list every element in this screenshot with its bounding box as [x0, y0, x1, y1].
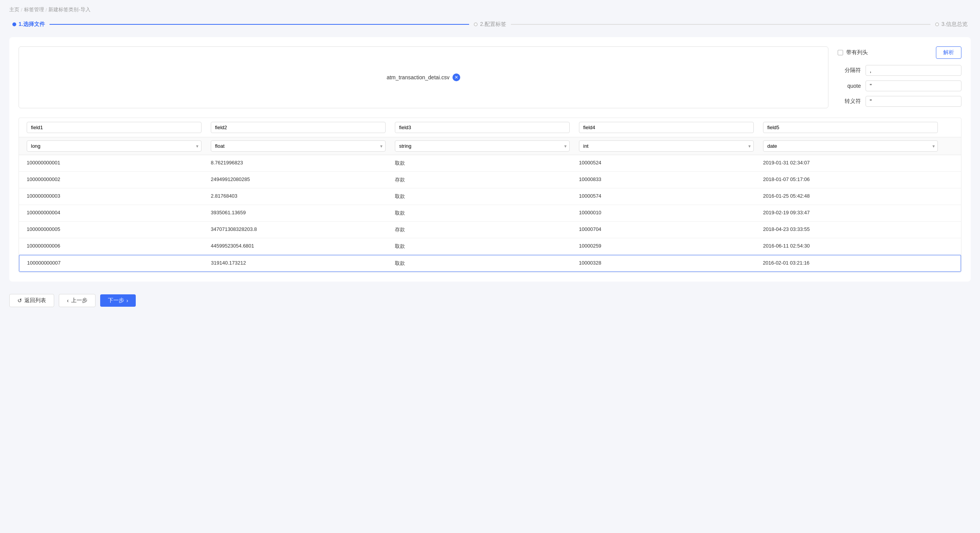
remove-file-button[interactable]: ✕: [452, 73, 460, 81]
data-cell: 10000833: [574, 172, 758, 188]
data-cell: 2019-01-31 02:34:07: [758, 155, 942, 171]
scroll-placeholder-row: [942, 205, 958, 221]
type-select-wrapper-3[interactable]: long float string int date boolean: [395, 140, 570, 152]
field3-input[interactable]: [395, 122, 570, 133]
step-3: 3.信息总览: [935, 21, 968, 28]
step-1-dot: [12, 22, 16, 26]
data-cell: 100000000001: [22, 155, 206, 171]
table-row: 1000000000018.7621996823取款100005242019-0…: [19, 155, 961, 172]
type-cell-4: long float string int date boolean: [574, 137, 758, 155]
next-step-button[interactable]: 下一步 ›: [100, 294, 136, 307]
main-card: atm_transaction_detai.csv ✕ 带有列头 解析 分隔符: [9, 37, 971, 282]
type-select-wrapper-2[interactable]: long float string int date boolean: [211, 140, 386, 152]
scroll-placeholder-row: [942, 155, 958, 171]
data-cell: 2016-01-25 05:42:48: [758, 188, 942, 205]
type-select-wrapper-1[interactable]: long float string int date boolean: [27, 140, 201, 152]
prev-label: 上一步: [71, 297, 87, 304]
field5-input[interactable]: [763, 122, 938, 133]
step-line-1: [50, 24, 469, 25]
data-cell: 存款: [390, 222, 574, 238]
file-tag: atm_transaction_detai.csv ✕: [387, 73, 461, 81]
data-cell: 2016-06-11 02:54:30: [758, 238, 942, 255]
data-cell: 44599523054.6801: [206, 238, 390, 255]
footer: ↺ 返回列表 ‹ 上一步 下一步 ›: [9, 288, 971, 313]
type-row: long float string int date boolean long: [19, 137, 961, 155]
scroll-placeholder-row: [942, 222, 958, 238]
data-cell: 2018-04-23 03:33:55: [758, 222, 942, 238]
scroll-placeholder-row: [942, 238, 958, 255]
data-table: long float string int date boolean long: [19, 118, 961, 272]
field1-input[interactable]: [27, 122, 201, 133]
data-cell: 100000000002: [22, 172, 206, 188]
back-label: 返回列表: [24, 297, 46, 304]
data-cell: 8.7621996823: [206, 155, 390, 171]
back-to-list-button[interactable]: ↺ 返回列表: [9, 294, 54, 307]
type-select-5[interactable]: long float string int date boolean: [763, 140, 938, 152]
field-header-row: [19, 118, 961, 137]
data-cell: 10000704: [574, 222, 758, 238]
data-cell: 10000524: [574, 155, 758, 171]
field2-input[interactable]: [211, 122, 386, 133]
th-cell-2: [206, 118, 390, 137]
scroll-placeholder-row: [942, 172, 958, 188]
type-select-1[interactable]: long float string int date boolean: [27, 140, 201, 152]
config-panel: 带有列头 解析 分隔符 quote 转义符: [838, 46, 961, 108]
field4-input[interactable]: [579, 122, 754, 133]
type-select-3[interactable]: long float string int date boolean: [395, 140, 570, 152]
quote-label: quote: [838, 83, 861, 89]
next-label: 下一步: [108, 297, 124, 304]
data-cell: 100000000007: [22, 255, 207, 272]
th-cell-5: [758, 118, 942, 137]
table-row: 100000000007319140.173212取款100003282016-…: [19, 255, 961, 272]
table-row: 10000000000644599523054.6801取款1000025920…: [19, 238, 961, 255]
scroll-placeholder-type: [942, 137, 958, 155]
data-cell: 100000000005: [22, 222, 206, 238]
scroll-placeholder-row: [942, 188, 958, 205]
has-header-checkbox[interactable]: [838, 50, 843, 55]
data-cell: 3935061.13659: [206, 205, 390, 221]
type-select-4[interactable]: long float string int date boolean: [579, 140, 754, 152]
data-cell: 取款: [390, 155, 574, 171]
data-rows-container: 1000000000018.7621996823取款100005242019-0…: [19, 155, 961, 272]
th-cell-4: [574, 118, 758, 137]
table-row: 1000000000043935061.13659取款100000102019-…: [19, 205, 961, 222]
type-select-wrapper-4[interactable]: long float string int date boolean: [579, 140, 754, 152]
type-cell-5: long float string int date boolean: [758, 137, 942, 155]
table-row: 10000000000224949912080285存款100008332018…: [19, 172, 961, 188]
data-cell: 2018-01-07 05:17:06: [758, 172, 942, 188]
escape-input[interactable]: [866, 96, 961, 107]
data-cell: 10000574: [574, 188, 758, 205]
separator-input[interactable]: [866, 65, 961, 76]
upload-area[interactable]: atm_transaction_detai.csv ✕: [19, 46, 828, 108]
analyze-button[interactable]: 解析: [936, 46, 961, 59]
data-cell: 319140.173212: [207, 255, 391, 272]
escape-row: 转义符: [838, 96, 961, 107]
data-cell: 100000000006: [22, 238, 206, 255]
quote-input[interactable]: [866, 80, 961, 91]
next-icon: ›: [126, 297, 128, 304]
breadcrumb-sep2: /: [46, 7, 47, 13]
type-select-wrapper-5[interactable]: long float string int date boolean: [763, 140, 938, 152]
config-fields: 分隔符 quote 转义符: [838, 65, 961, 107]
breadcrumb-home[interactable]: 主页: [9, 6, 19, 13]
step-2-dot: [474, 22, 478, 26]
data-cell: 100000000003: [22, 188, 206, 205]
prev-icon: ‹: [67, 297, 69, 304]
th-cell-3: [390, 118, 574, 137]
type-select-2[interactable]: long float string int date boolean: [211, 140, 386, 152]
step-3-dot: [935, 22, 939, 26]
breadcrumb: 主页 / 标签管理 / 新建标签类别-导入: [9, 6, 971, 13]
breadcrumb-tags[interactable]: 标签管理: [24, 6, 44, 13]
data-cell: 取款: [390, 188, 574, 205]
step-3-label: 3.信息总览: [941, 21, 968, 28]
data-cell: 10000259: [574, 238, 758, 255]
has-header-option[interactable]: 带有列头: [838, 49, 868, 56]
prev-step-button[interactable]: ‹ 上一步: [59, 294, 96, 307]
data-cell: 10000328: [574, 255, 758, 272]
step-line-2: [511, 24, 930, 25]
top-section: atm_transaction_detai.csv ✕ 带有列头 解析 分隔符: [19, 46, 961, 108]
data-cell: 100000000004: [22, 205, 206, 221]
file-name: atm_transaction_detai.csv: [387, 74, 450, 80]
data-cell: 10000010: [574, 205, 758, 221]
data-cell: 取款: [390, 255, 574, 272]
